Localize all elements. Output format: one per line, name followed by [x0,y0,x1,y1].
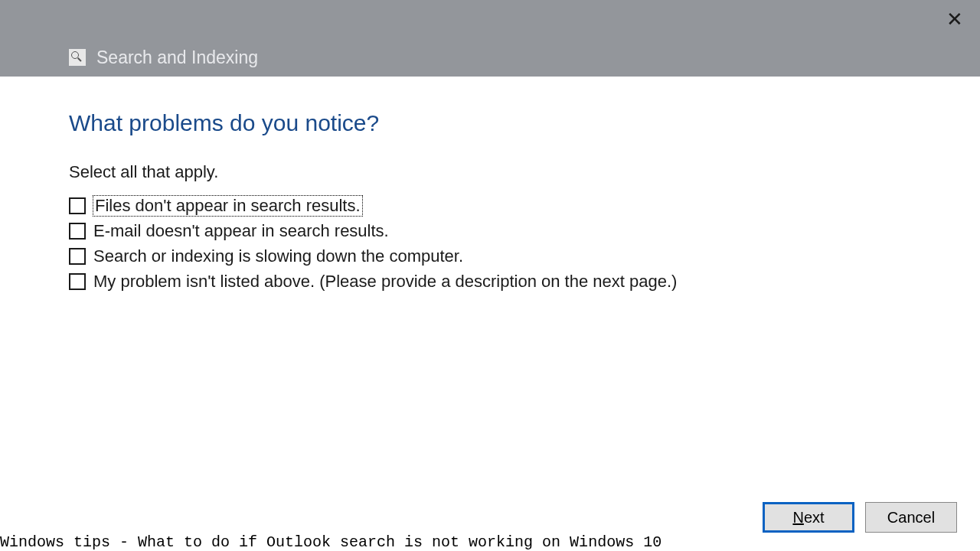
content-area: What problems do you notice? Select all … [0,77,980,292]
option-label[interactable]: My problem isn't listed above. (Please p… [93,272,677,292]
close-icon[interactable]: ✕ [946,9,963,29]
option-row: E-mail doesn't appear in search results. [69,221,911,241]
titlebar: Search and Indexing ✕ [0,0,980,77]
page-heading: What problems do you notice? [69,110,911,136]
external-caption: Windows tips - What to do if Outlook sea… [0,533,662,551]
footer-buttons: Next Cancel [763,502,957,533]
titlebar-title: Search and Indexing [96,47,258,68]
checkbox-slowing-computer[interactable] [69,248,86,265]
option-row: Search or indexing is slowing down the c… [69,246,911,266]
next-button[interactable]: Next [763,502,854,533]
option-label[interactable]: Search or indexing is slowing down the c… [93,246,463,266]
instruction-text: Select all that apply. [69,162,911,182]
option-row: Files don't appear in search results. [69,196,911,216]
option-label[interactable]: E-mail doesn't appear in search results. [93,221,389,241]
checkbox-email-not-appearing[interactable] [69,223,86,240]
search-indexing-icon [69,49,86,66]
option-label[interactable]: Files don't appear in search results. [93,196,362,216]
checkbox-not-listed[interactable] [69,273,86,290]
checkbox-files-not-appearing[interactable] [69,197,86,214]
cancel-button[interactable]: Cancel [865,502,957,533]
option-row: My problem isn't listed above. (Please p… [69,272,911,292]
